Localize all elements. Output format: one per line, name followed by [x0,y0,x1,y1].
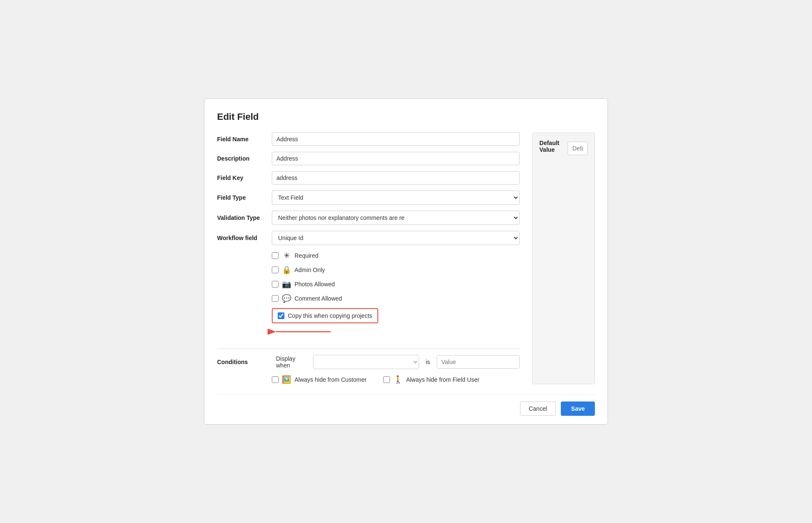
form-body: Field Name Description Field Key Field T… [217,132,595,384]
save-button[interactable]: Save [561,401,595,416]
hide-customer-item: 🖼️ Always hide from Customer [272,375,366,384]
value-input[interactable] [437,355,520,369]
form-right: Default Value [532,132,595,384]
default-value-label: Default Value [539,140,559,153]
validation-type-row: Validation Type Neither photos nor expla… [217,211,520,225]
validation-type-select[interactable]: Neither photos nor explanatory comments … [272,211,520,225]
form-left: Field Name Description Field Key Field T… [217,132,520,384]
hide-checks-row: 🖼️ Always hide from Customer 🚶 Always hi… [272,375,520,384]
admin-only-icon: 🔒 [282,265,291,275]
field-type-row: Field Type Text Field [217,190,520,205]
hide-field-user-item: 🚶 Always hide from Field User [383,375,479,384]
hide-field-user-checkbox[interactable] [383,376,390,383]
photos-allowed-icon: 📷 [282,280,291,289]
hide-customer-checkbox[interactable] [272,376,279,383]
red-arrow-svg [268,328,335,343]
comment-allowed-icon: 💬 [282,294,291,303]
required-icon: ✳ [282,251,291,260]
display-when-select[interactable] [313,355,419,369]
modal-footer: Cancel Save [217,394,595,416]
workflow-field-label: Workflow field [217,235,272,241]
description-input[interactable] [272,152,520,165]
default-value-section: Default Value [532,132,595,384]
conditions-section: Conditions Display when is 🖼️ Always hid… [217,355,520,384]
photos-allowed-label: Photos Allowed [295,281,335,288]
field-name-label: Field Name [217,136,272,143]
field-type-label: Field Type [217,194,272,201]
admin-only-label: Admin Only [295,267,325,273]
photos-allowed-checkbox-row: 📷 Photos Allowed [272,280,520,289]
description-label: Description [217,155,272,162]
required-checkbox[interactable] [272,252,279,259]
comment-allowed-checkbox[interactable] [272,295,279,302]
description-row: Description [217,152,520,165]
required-checkbox-row: ✳ Required [272,251,520,260]
edit-field-modal: Edit Field Field Name Description Field … [204,98,608,425]
checkboxes-section: ✳ Required 🔒 Admin Only 📷 Photos Allowed… [272,251,520,343]
conditions-row: Conditions Display when is [217,355,520,369]
field-type-select[interactable]: Text Field [272,190,520,205]
modal-title: Edit Field [217,111,595,122]
cancel-button[interactable]: Cancel [520,401,556,416]
field-name-input[interactable] [272,132,520,146]
copy-projects-checkbox[interactable] [278,312,284,319]
field-key-label: Field Key [217,174,272,181]
display-when-label: Display when [276,355,307,369]
hide-customer-icon: 🖼️ [282,375,291,384]
required-label: Required [295,252,318,259]
hide-customer-label: Always hide from Customer [295,376,366,383]
validation-type-label: Validation Type [217,214,272,221]
default-value-input[interactable] [568,142,588,155]
comment-allowed-label: Comment Allowed [295,295,342,302]
divider [217,349,520,349]
workflow-field-select[interactable]: Unique Id [272,231,520,245]
photos-allowed-checkbox[interactable] [272,281,279,288]
field-name-row: Field Name [217,132,520,146]
field-key-row: Field Key [217,171,520,185]
copy-projects-checkbox-row: Copy this when copying projects [272,308,378,323]
is-label: is [426,359,430,365]
workflow-field-row: Workflow field Unique Id [217,231,520,245]
field-key-input[interactable] [272,171,520,185]
copy-projects-label: Copy this when copying projects [288,312,372,319]
hide-field-user-label: Always hide from Field User [406,376,479,383]
conditions-label: Conditions [217,359,272,365]
admin-only-checkbox-row: 🔒 Admin Only [272,265,520,275]
comment-allowed-checkbox-row: 💬 Comment Allowed [272,294,520,303]
hide-field-user-icon: 🚶 [393,375,403,384]
admin-only-checkbox[interactable] [272,267,279,273]
